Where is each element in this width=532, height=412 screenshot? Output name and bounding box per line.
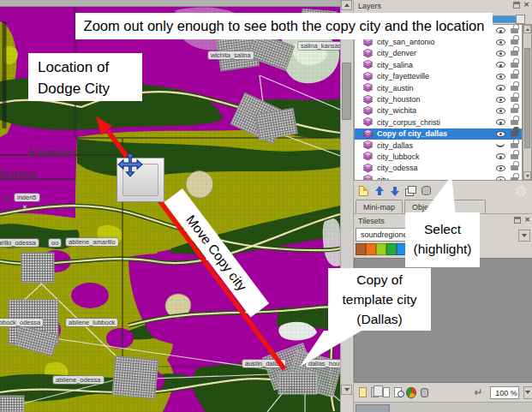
map-x-marker: ✕ [22,204,27,211]
float-panel-icon[interactable] [513,2,520,9]
visibility-eye-icon[interactable] [496,27,505,33]
copy-tileset-button[interactable] [371,387,379,397]
visibility-eye-icon[interactable] [496,85,505,91]
zoom-page-button[interactable] [394,387,402,397]
new-tileset-button[interactable] [359,387,367,397]
map-label-wichita-salina: wichita_salina [208,51,254,59]
return-icon[interactable]: ↵ [474,386,482,398]
tile-swatch[interactable] [356,243,366,255]
move-icon [123,164,158,196]
list-scroll-thumb[interactable] [524,48,530,148]
visibility-eye-icon[interactable] [496,51,505,57]
unlock-icon[interactable] [511,165,518,170]
layer-icon [362,129,374,139]
map-label-abilene-lubbock: abilene_lubbock [66,319,117,326]
page-button[interactable] [383,387,391,397]
layer-row-city-fayetteville[interactable]: city_fayetteville [355,71,522,82]
visibility-eye-icon[interactable] [496,153,505,159]
layer-row-copy-of-city-dallas-selected[interactable]: Copy of city_dallas [355,128,522,140]
map-scroll-thumb[interactable] [342,63,351,120]
map-vertical-scrollbar[interactable] [340,0,351,412]
layer-icon [362,60,374,69]
close-panel-icon[interactable]: ✕ [524,217,530,224]
layer-row-city-wichita[interactable]: city_wichita [355,105,522,116]
visibility-eye-icon[interactable] [496,165,505,171]
visibility-eye-icon[interactable] [496,108,505,114]
unlock-icon[interactable] [511,120,518,125]
unlock-icon[interactable] [511,154,518,159]
close-panel-icon[interactable]: ✕ [523,2,529,9]
move-layer-up-button[interactable] [374,186,384,196]
layer-icon [362,140,374,150]
delete-tileset-button[interactable] [421,388,429,397]
layer-row-city-denver[interactable]: city_denver [355,48,522,59]
move-layer-down-button[interactable] [390,186,399,196]
layer-row-clipped[interactable]: city_... [355,174,522,181]
zoom-level-combobox[interactable]: 100 % [490,386,518,399]
new-layer-button[interactable] [359,186,368,196]
unlock-icon[interactable] [511,63,518,68]
callout-copy-template-city: Copy of template city (Dallas) [328,268,431,331]
unlock-icon[interactable] [511,28,518,33]
map-label-amarillo-odessa: amarillo_odessa [0,239,39,247]
visibility-eye-icon[interactable] [496,39,505,45]
tab-mini-map[interactable]: Mini-map [356,200,403,213]
layer-icon [362,175,374,181]
visibility-eye-icon[interactable] [496,176,505,181]
layer-list-scrollbar[interactable] [523,24,532,181]
tile-swatch[interactable] [386,243,397,255]
map-editor-window: Kansas homa s ✕ wichita_salina salina_ka… [0,0,532,412]
list-scroll-down-button[interactable] [523,171,531,180]
layer-row-city-austin[interactable]: city_austin [355,82,522,93]
tab-objects[interactable]: Objects [404,200,446,213]
unlock-icon[interactable] [511,51,518,56]
float-panel-icon[interactable] [514,217,521,224]
layer-icon [362,83,374,93]
visibility-eye-icon[interactable] [496,119,505,125]
visibility-eye-icon[interactable] [496,131,505,137]
layer-icon [362,95,374,104]
opacity-slider-handle[interactable] [516,15,525,24]
unlock-icon[interactable] [511,131,518,136]
color-wheel-button[interactable] [406,387,415,398]
unlock-icon[interactable] [511,39,518,45]
move-tool-cursor[interactable] [117,158,164,202]
tile-swatch[interactable] [366,243,376,255]
layer-toolbar [354,182,532,199]
map-scroll-up-button[interactable] [341,0,352,10]
bottom-status-strip [354,402,532,412]
layer-row-city-salina[interactable]: city_salina [355,59,522,70]
unlock-icon[interactable] [511,86,518,91]
layer-icon [362,72,374,81]
tilesets-panel-title: Tilesets [358,217,385,225]
layer-row-city-houston[interactable]: city_houston [355,93,522,104]
tab-hidden[interactable] [448,200,486,213]
list-scroll-up-button[interactable] [523,25,531,33]
layers-panel-title: Layers [358,2,381,10]
tileset-dropdown-button[interactable] [518,230,530,242]
unlock-icon[interactable] [511,177,518,181]
layer-row-city-odessa[interactable]: city_odessa [355,163,522,174]
tile-swatch[interactable] [376,243,386,255]
layer-row-city-dallas-hidden[interactable]: city_dallas [355,140,522,151]
unlock-icon[interactable] [511,108,518,113]
duplicate-layer-button[interactable] [405,186,415,195]
hidden-eye-icon[interactable] [496,143,505,147]
unlock-icon[interactable] [511,143,518,148]
layer-settings-icon[interactable] [516,186,526,196]
map-label-salina-kansas: salina_kansas [298,42,340,50]
zoom-dropdown-button[interactable] [523,386,532,399]
map-label-lubbock-odessa: lubbock_odessa [0,319,43,326]
visibility-eye-icon[interactable] [496,74,505,80]
layer-row-city-lubbock[interactable]: city_lubbock [355,151,522,162]
delete-layer-button[interactable] [421,186,431,195]
visibility-eye-icon[interactable] [496,97,505,103]
layer-list[interactable]: city_san_antonio city_denver city_salina… [354,24,523,181]
visibility-eye-icon[interactable] [496,62,505,68]
unlock-icon[interactable] [511,97,518,102]
lock-layer-button[interactable] [444,188,451,194]
layer-row-city-corpus-christi[interactable]: city_corpus_christi [355,116,522,128]
status-segment [356,404,390,412]
map-scroll-down-button[interactable] [341,385,352,395]
unlock-icon[interactable] [511,74,518,79]
